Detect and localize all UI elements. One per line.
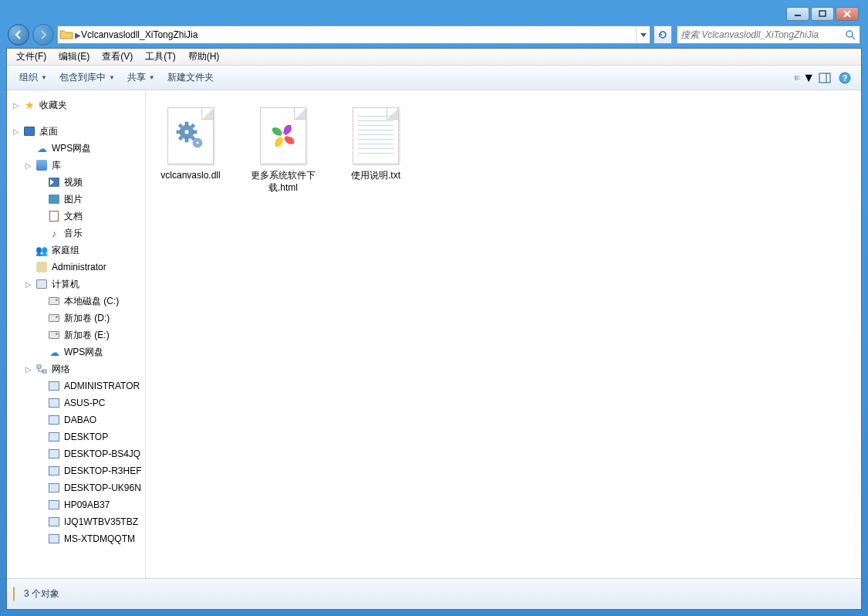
sidebar-wps[interactable]: ☁WPS网盘: [7, 140, 145, 157]
picture-icon: [47, 192, 61, 206]
file-label: 使用说明.txt: [351, 170, 400, 182]
forward-button[interactable]: [32, 24, 54, 46]
sidebar-documents[interactable]: 文档: [7, 208, 145, 225]
svg-text:?: ?: [843, 73, 848, 83]
sidebar-net-pc[interactable]: DESKTOP-R3HEF: [7, 462, 145, 479]
sidebar-net-pc[interactable]: ASUS-PC: [7, 394, 145, 411]
view-options-button[interactable]: ▼: [795, 69, 815, 86]
sidebar-item-label: WPS网盘: [64, 346, 103, 359]
sidebar-item-label: 收藏夹: [39, 99, 67, 112]
main-area: ▷★收藏夹 ▷桌面 ☁WPS网盘 ▷库 视频 图片 文档 ♪音乐 👥家庭组 Ad…: [7, 90, 861, 578]
computer-icon: [47, 515, 61, 529]
address-bar[interactable]: ▶ Vclcanvaslodll_XiTongZhiJia: [57, 25, 650, 44]
sidebar-item-label: 文档: [64, 210, 83, 223]
computer-icon: [35, 277, 49, 291]
status-text: 3 个对象: [24, 587, 59, 601]
sidebar-net-pc[interactable]: DESKTOP-UK96N: [7, 479, 145, 496]
include-in-library-button[interactable]: 包含到库中▼: [53, 68, 121, 87]
sidebar-drive-d[interactable]: 新加卷 (D:): [7, 310, 145, 327]
sidebar-drive-e[interactable]: 新加卷 (E:): [7, 327, 145, 344]
sidebar-net-pc[interactable]: DABAO: [7, 411, 145, 428]
share-button[interactable]: 共享▼: [121, 68, 161, 87]
drive-icon: [47, 311, 61, 325]
maximize-button[interactable]: [811, 7, 834, 21]
homegroup-icon: 👥: [35, 243, 49, 257]
computer-icon: [47, 464, 61, 478]
video-icon: [47, 175, 61, 189]
sidebar-computer[interactable]: ▷计算机: [7, 276, 145, 293]
menu-tools[interactable]: 工具(T): [139, 49, 181, 65]
sidebar-music[interactable]: ♪音乐: [7, 225, 145, 242]
music-icon: ♪: [47, 226, 61, 240]
folder-icon: [13, 587, 15, 601]
menu-bar: 文件(F) 编辑(E) 查看(V) 工具(T) 帮助(H): [7, 49, 861, 66]
sidebar-net-pc[interactable]: DESKTOP: [7, 428, 145, 445]
svg-rect-19: [185, 122, 188, 126]
cloud-icon: ☁: [47, 345, 61, 359]
sidebar-wps-2[interactable]: ☁WPS网盘: [7, 344, 145, 360]
sidebar-item-label: 视频: [64, 176, 83, 189]
sidebar-net-pc[interactable]: HP09AB37: [7, 496, 145, 513]
address-dropdown[interactable]: [636, 26, 650, 43]
file-item-dll[interactable]: vclcanvaslo.dll: [152, 100, 229, 199]
sidebar-item-label: ASUS-PC: [64, 398, 105, 408]
sidebar-administrator[interactable]: Administrator: [7, 259, 145, 276]
organize-button[interactable]: 组织▼: [13, 68, 53, 87]
menu-help[interactable]: 帮助(H): [182, 49, 226, 65]
sidebar-item-label: 计算机: [52, 278, 79, 291]
sidebar-net-pc[interactable]: IJQ1WTBV35TBZ: [7, 513, 145, 530]
sidebar-item-label: IJQ1WTBV35TBZ: [64, 516, 138, 527]
drive-icon: [47, 294, 61, 308]
sidebar-videos[interactable]: 视频: [7, 174, 145, 191]
file-item-txt[interactable]: 使用说明.txt: [337, 100, 414, 199]
sidebar-pictures[interactable]: 图片: [7, 191, 145, 208]
search-icon[interactable]: [841, 29, 860, 40]
window-titlebar: [6, 6, 862, 22]
navigation-bar: ▶ Vclcanvaslodll_XiTongZhiJia: [6, 22, 862, 48]
close-button[interactable]: [836, 7, 859, 21]
sidebar-item-label: DESKTOP-BS4JQ: [64, 448, 140, 459]
sidebar-favorites[interactable]: ▷★收藏夹: [7, 96, 145, 113]
status-bar: 3 个对象: [7, 578, 861, 609]
document-icon: [47, 209, 61, 223]
sidebar-libraries[interactable]: ▷库: [7, 157, 145, 174]
refresh-button[interactable]: [654, 25, 672, 44]
svg-rect-7: [795, 78, 797, 80]
sidebar-item-label: Administrator: [52, 262, 106, 272]
menu-view[interactable]: 查看(V): [96, 49, 139, 65]
search-bar[interactable]: [677, 25, 860, 44]
file-item-html[interactable]: 更多系统软件下载.html: [245, 100, 322, 199]
help-button[interactable]: ?: [835, 69, 855, 86]
minimize-button[interactable]: [786, 7, 809, 21]
sidebar-item-label: 音乐: [64, 227, 83, 240]
svg-rect-22: [193, 130, 197, 134]
preview-pane-button[interactable]: [815, 69, 835, 86]
sidebar-item-label: WPS网盘: [52, 142, 91, 155]
explorer-window: 文件(F) 编辑(E) 查看(V) 工具(T) 帮助(H) 组织▼ 包含到库中▼…: [6, 48, 862, 610]
svg-point-4: [846, 31, 853, 37]
file-list[interactable]: vclcanvaslo.dll 更多系统软件下载.html: [146, 90, 861, 578]
menu-edit[interactable]: 编辑(E): [52, 49, 96, 65]
search-input[interactable]: [677, 29, 841, 40]
sidebar-item-label: MS-XTDMQQTM: [64, 533, 135, 544]
svg-rect-6: [795, 76, 797, 77]
sidebar-net-pc[interactable]: ADMINISTRATOR: [7, 377, 145, 394]
sidebar-net-pc[interactable]: MS-XTDMQQTM: [7, 530, 145, 547]
svg-rect-14: [37, 365, 41, 368]
menu-file[interactable]: 文件(F): [10, 49, 52, 65]
svg-rect-21: [177, 130, 181, 134]
html-file-icon: [255, 105, 311, 167]
sidebar-homegroup[interactable]: 👥家庭组: [7, 242, 145, 259]
sidebar-net-pc[interactable]: DESKTOP-BS4JQ: [7, 445, 145, 462]
sidebar-item-label: ADMINISTRATOR: [64, 381, 140, 391]
back-button[interactable]: [8, 24, 29, 46]
new-folder-button[interactable]: 新建文件夹: [161, 68, 220, 87]
sidebar-drive-c[interactable]: 本地磁盘 (C:): [7, 293, 145, 310]
computer-icon: [47, 430, 61, 444]
sidebar-network[interactable]: ▷网络: [7, 360, 145, 377]
desktop-icon: [22, 124, 36, 138]
sidebar-item-label: 家庭组: [52, 244, 79, 257]
navigation-pane[interactable]: ▷★收藏夹 ▷桌面 ☁WPS网盘 ▷库 视频 图片 文档 ♪音乐 👥家庭组 Ad…: [7, 90, 146, 578]
command-bar: 组织▼ 包含到库中▼ 共享▼ 新建文件夹 ▼ ?: [7, 66, 861, 90]
sidebar-desktop[interactable]: ▷桌面: [7, 123, 145, 140]
